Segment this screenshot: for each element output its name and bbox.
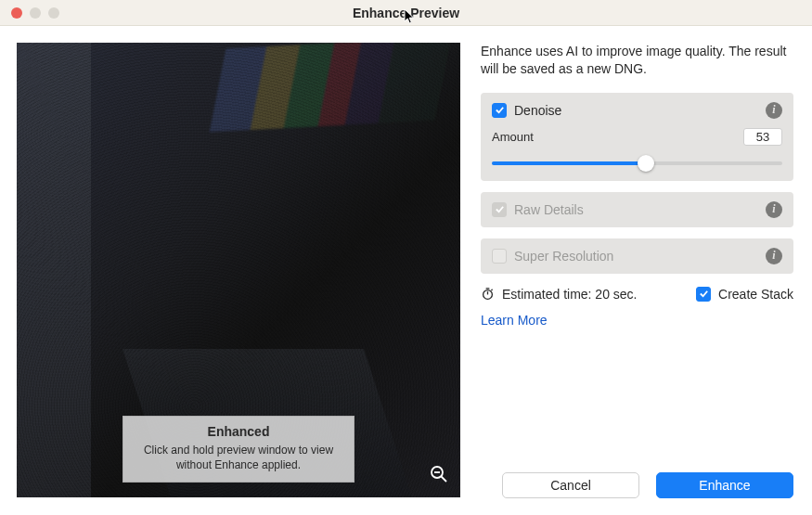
- denoise-label: Denoise: [514, 103, 561, 118]
- denoise-amount-slider[interactable]: [492, 153, 782, 172]
- window-close-button[interactable]: [11, 7, 22, 19]
- preview-image[interactable]: Enhanced Click and hold preview window t…: [17, 43, 460, 497]
- denoise-checkbox[interactable]: [492, 103, 507, 118]
- svg-line-1: [442, 477, 447, 483]
- stopwatch-icon: [481, 287, 495, 301]
- super-resolution-label: Super Resolution: [514, 249, 613, 264]
- cancel-button[interactable]: Cancel: [502, 472, 639, 498]
- enhance-button[interactable]: Enhance: [656, 472, 793, 498]
- create-stack-label: Create Stack: [718, 287, 793, 302]
- window-traffic-lights: [0, 7, 59, 19]
- description-text: Enhance uses AI to improve image quality…: [481, 43, 793, 78]
- learn-more-link[interactable]: Learn More: [481, 313, 793, 328]
- denoise-info-icon[interactable]: i: [766, 102, 782, 119]
- super-resolution-section: Super Resolution i: [481, 238, 793, 274]
- estimated-time-text: Estimated time: 20 sec.: [502, 287, 638, 302]
- window-zoom-button[interactable]: [48, 7, 59, 19]
- zoom-out-button[interactable]: [429, 464, 449, 484]
- raw-details-info-icon[interactable]: i: [766, 201, 782, 218]
- preview-hint-body: Click and hold preview window to view wi…: [133, 443, 344, 472]
- raw-details-checkbox: [492, 202, 507, 217]
- super-resolution-info-icon[interactable]: i: [766, 248, 782, 264]
- raw-details-section: Raw Details i: [481, 192, 793, 227]
- super-resolution-checkbox: [492, 249, 507, 264]
- window-minimize-button[interactable]: [30, 7, 41, 19]
- window-title: Enhance Preview: [0, 6, 812, 20]
- denoise-amount-label: Amount: [492, 130, 534, 144]
- raw-details-label: Raw Details: [514, 202, 584, 217]
- svg-line-6: [491, 290, 492, 290]
- preview-hint: Enhanced Click and hold preview window t…: [122, 416, 354, 483]
- window-titlebar: Enhance Preview: [0, 0, 812, 26]
- denoise-amount-value[interactable]: 53: [743, 128, 782, 146]
- slider-thumb[interactable]: [638, 155, 654, 172]
- denoise-section: Denoise i Amount 53: [481, 93, 793, 181]
- create-stack-checkbox[interactable]: [696, 287, 711, 302]
- preview-hint-title: Enhanced: [133, 424, 344, 439]
